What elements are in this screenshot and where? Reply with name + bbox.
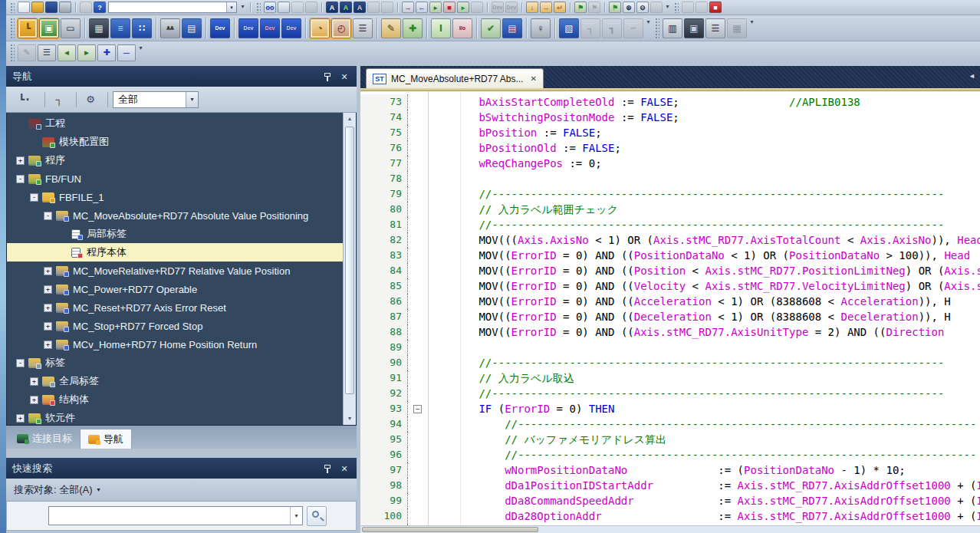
edit-mode-icon[interactable]: I xyxy=(431,18,451,38)
label-a-blue-icon[interactable]: A xyxy=(326,2,338,13)
window-search-icon[interactable]: ▧ xyxy=(559,18,579,38)
find-device-green-icon[interactable]: ▸ xyxy=(429,2,442,13)
probe-search-icon[interactable]: ♀ xyxy=(531,18,551,38)
step-return-icon[interactable]: ↵ xyxy=(554,2,566,13)
pin-icon[interactable] xyxy=(321,462,334,475)
dev-disabled2-icon[interactable]: Dev xyxy=(505,2,518,13)
element-selection-icon[interactable]: ▣ xyxy=(39,18,59,38)
tree-item[interactable]: +程序 xyxy=(7,151,343,169)
convert-icon[interactable]: ✎ xyxy=(18,44,36,61)
tree-item[interactable]: +结构体 xyxy=(7,390,343,409)
dock-tab-navigation[interactable]: 导航 xyxy=(80,429,132,449)
toolbar-overflow-icon[interactable]: ▾ xyxy=(663,0,672,15)
search-button[interactable] xyxy=(307,506,327,526)
tree-item[interactable]: +MC_MoveRelative+RD77 Relative Value Pos… xyxy=(7,262,343,280)
record-icon[interactable]: ■ xyxy=(709,2,722,13)
probe-tool-icon[interactable] xyxy=(650,2,663,13)
find-gray-icon[interactable] xyxy=(471,2,483,13)
label-a-gray-icon[interactable]: A xyxy=(354,2,366,13)
open-project-icon[interactable] xyxy=(31,2,44,13)
close-icon[interactable]: ✕ xyxy=(338,71,350,83)
delete-line-icon[interactable]: ─ xyxy=(117,44,136,61)
expand-icon[interactable]: + xyxy=(44,304,52,312)
code-area[interactable]: 73 bAxisStartCompleteOld := FALSE; //APL… xyxy=(360,91,980,525)
chevron-down-icon[interactable]: ▾ xyxy=(226,2,236,12)
tree-item[interactable]: +MC_Reset+RD77 Axis Error Reset xyxy=(7,298,343,317)
find-prev-icon[interactable]: ◂ xyxy=(58,44,76,61)
check-program-icon[interactable]: ✔ xyxy=(481,18,501,38)
horizontal-scrollbar[interactable] xyxy=(360,525,980,533)
tree-scroll-thumb[interactable] xyxy=(345,127,354,394)
cross-reference-icon[interactable]: oo xyxy=(264,2,276,13)
collapse-icon[interactable]: - xyxy=(16,175,25,183)
tab-scroll-icon[interactable]: ◄ xyxy=(968,72,975,80)
toolbar-overflow-icon[interactable]: ▾ xyxy=(238,0,247,15)
quick-access-combo[interactable]: ▾ xyxy=(108,2,237,13)
find-binoculars-icon[interactable]: ѦѦ xyxy=(160,18,180,38)
toolbar-overflow-icon[interactable]: ▾ xyxy=(644,15,653,41)
toolbar-grip[interactable] xyxy=(9,17,15,39)
tree-item[interactable]: +MC_Power+RD77 Operable xyxy=(7,280,343,298)
horizontal-scroll-thumb[interactable] xyxy=(362,527,538,532)
link2-icon[interactable] xyxy=(381,2,393,13)
tree-item[interactable]: -标签 xyxy=(7,354,343,372)
tree-item[interactable]: +MC_Stop+RD77 Forced Stop xyxy=(7,317,343,335)
step-down-icon[interactable]: ↓ xyxy=(526,2,538,13)
navigation-window-icon[interactable]: ┗ xyxy=(18,18,38,38)
form-view-icon[interactable]: ▥ xyxy=(663,18,682,38)
expand-icon[interactable]: + xyxy=(44,322,52,331)
document-tab[interactable]: ST MC_MoveAbsolute+RD77 Abs... ✕ xyxy=(366,68,544,88)
expand-icon[interactable]: + xyxy=(44,285,52,294)
device-write-icon[interactable]: Dev xyxy=(210,18,230,38)
expand-icon[interactable]: + xyxy=(30,377,38,386)
tree-item[interactable]: +全局标签 xyxy=(7,372,343,390)
toolbar-overflow-icon[interactable]: ▾ xyxy=(748,15,756,41)
toolbar-grip[interactable] xyxy=(673,2,679,13)
network-add-icon[interactable]: ✚ xyxy=(403,18,423,38)
hand-edit-icon[interactable]: ✎ xyxy=(381,18,401,38)
collapse-icon[interactable]: - xyxy=(30,193,38,202)
close-icon[interactable]: ✕ xyxy=(530,74,536,83)
search-input[interactable] xyxy=(49,507,290,525)
toolbar-grip[interactable] xyxy=(9,43,15,62)
device-memory-gray-icon[interactable]: Dev xyxy=(281,18,301,38)
find-next-green-icon[interactable]: ▸ xyxy=(457,2,469,13)
tree-scrollbar[interactable]: ▴ ▾ xyxy=(343,113,356,425)
run-flag-icon[interactable]: ⚑ xyxy=(574,2,587,13)
watch-window-icon[interactable] xyxy=(305,2,317,13)
read-plc-icon[interactable]: ← xyxy=(416,2,428,13)
write-plc-icon[interactable]: → xyxy=(402,2,414,13)
gear-icon[interactable]: ⚙ xyxy=(81,91,100,108)
fold-collapse-icon[interactable]: − xyxy=(413,405,422,413)
zoom-in-icon[interactable]: ⊕ xyxy=(623,2,635,13)
paste-icon[interactable] xyxy=(80,2,92,13)
program-list-icon[interactable]: ☰ xyxy=(38,44,56,61)
expand-icon[interactable]: + xyxy=(16,156,25,165)
toolbar-grip[interactable] xyxy=(255,2,261,13)
tool-disabled2-icon[interactable]: ┓ xyxy=(602,18,622,38)
device-list-icon[interactable] xyxy=(278,2,290,13)
go-flag-icon[interactable]: ⚑ xyxy=(609,2,621,13)
collapse-icon[interactable]: - xyxy=(16,359,25,367)
collapse-icon[interactable]: - xyxy=(44,212,52,220)
scroll-up-icon[interactable]: ▴ xyxy=(344,113,356,125)
toolbar-overflow-icon[interactable]: ▾ xyxy=(136,41,145,64)
pin-icon[interactable] xyxy=(321,71,334,83)
io-wave-icon[interactable]: I/o xyxy=(452,18,472,38)
tree-filter-select[interactable]: 全部 ▾ xyxy=(113,91,199,108)
print-icon[interactable] xyxy=(59,2,71,13)
tree-item[interactable]: 程序本体 xyxy=(7,243,343,262)
tree-item[interactable]: +MCv_Home+RD77 Home Position Return xyxy=(7,335,343,354)
chevron-down-icon[interactable]: ▾ xyxy=(186,92,198,107)
expand-icon[interactable]: + xyxy=(16,414,25,423)
scroll-down-icon[interactable]: ▾ xyxy=(344,413,356,425)
tree-display-button[interactable]: ┗▾ xyxy=(11,91,37,108)
close-icon[interactable]: ✕ xyxy=(338,462,350,475)
tool-disabled3-icon[interactable]: ┄ xyxy=(623,18,643,38)
stop-flag-icon[interactable]: ⚑ xyxy=(588,2,600,13)
list-view-icon[interactable]: ☰ xyxy=(353,18,373,38)
expand-icon[interactable]: + xyxy=(44,267,52,275)
tree-item[interactable]: 工程 xyxy=(7,114,343,133)
tree-item[interactable]: -FBFILE_1 xyxy=(7,188,343,206)
got-monitor-icon[interactable]: ▤ xyxy=(502,18,522,38)
